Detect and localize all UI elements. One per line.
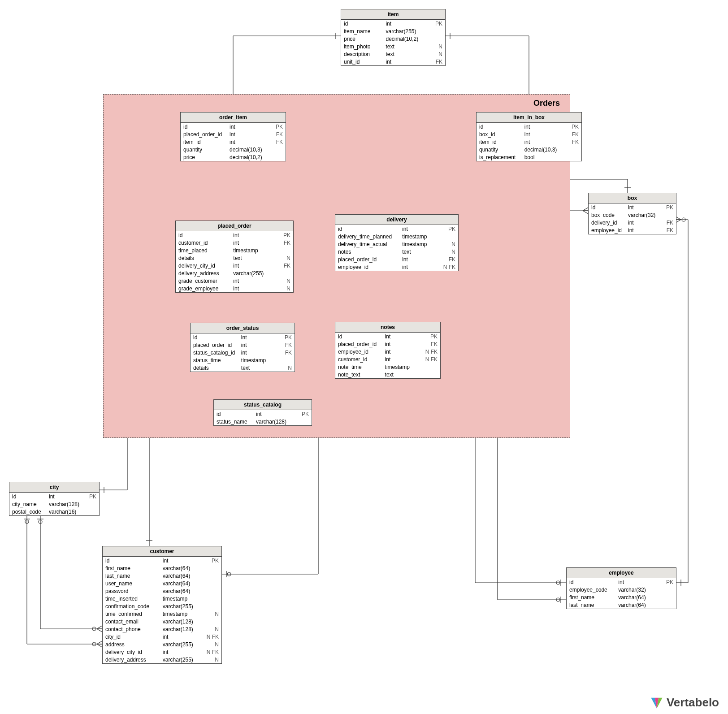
field-row: idintPK [335, 333, 440, 340]
svg-point-84 [25, 520, 29, 524]
field-row: idintPK [589, 203, 676, 211]
entity-item[interactable]: itemidintPKitem_namevarchar(255)pricedec… [341, 9, 446, 66]
svg-point-119 [682, 218, 685, 221]
field-row: pricedecimal(10,2) [181, 153, 286, 161]
field-row: first_namevarchar(64) [567, 593, 676, 601]
field-row: box_codevarchar(32) [589, 211, 676, 219]
entity-fields: idintPKemployee_codevarchar(32)first_nam… [567, 578, 676, 609]
field-row: descriptiontextN [341, 50, 445, 58]
field-row: delivery_city_idintN FK [103, 648, 221, 656]
svg-line-71 [97, 629, 102, 632]
entity-title: order_item [181, 113, 286, 123]
entity-customer[interactable]: customeridintPKfirst_namevarchar(64)last… [102, 546, 222, 664]
entity-title: customer [103, 546, 221, 557]
field-row: postal_codevarchar(16) [9, 508, 99, 515]
svg-point-75 [92, 627, 96, 631]
field-row: delivery_time_actualtimestampN [335, 240, 458, 248]
field-row: idintPK [341, 20, 445, 27]
entity-fields: idintPKstatus_namevarchar(128) [214, 410, 312, 425]
svg-line-37 [583, 208, 588, 211]
svg-point-83 [92, 642, 96, 646]
entity-fields: idintPKplaced_order_idintFKstatus_catalo… [191, 333, 295, 372]
field-row: user_namevarchar(64) [103, 580, 221, 587]
field-row: notestextN [335, 248, 458, 255]
entity-title: box [589, 193, 676, 203]
field-row: idintPK [477, 123, 581, 130]
field-row: pricedecimal(10,2) [341, 35, 445, 43]
entity-order_status[interactable]: order_statusidintPKplaced_order_idintFKs… [190, 323, 295, 372]
svg-point-102 [556, 581, 560, 584]
field-row: note_timetimestamp [335, 363, 440, 371]
svg-point-76 [39, 520, 42, 524]
field-row: first_namevarchar(64) [103, 564, 221, 572]
entity-fields: idintPKplaced_order_idintFKemployee_idin… [335, 333, 440, 378]
entity-title: delivery [335, 215, 458, 225]
field-row: addressvarchar(255)N [103, 640, 221, 648]
entity-box[interactable]: boxidintPKbox_codevarchar(32)delivery_id… [588, 193, 676, 234]
diagram-canvas: Orders itemidintPKitem_namevarchar(255)p… [0, 0, 728, 714]
entity-city[interactable]: cityidintPKcity_namevarchar(128)postal_c… [9, 482, 100, 516]
vertabelo-logo-icon [650, 697, 663, 709]
vertabelo-logo-text: Vertabelo [667, 696, 719, 710]
field-row: time_placedtimestamp [176, 247, 293, 254]
field-row: employee_codevarchar(32) [567, 586, 676, 593]
entity-title: order_status [191, 323, 295, 333]
field-row: item_idintFK [181, 138, 286, 146]
entity-title: city [9, 482, 99, 493]
entity-title: item [341, 9, 445, 20]
field-row: idintPK [191, 333, 295, 341]
field-row: idintPK [335, 225, 458, 233]
field-row: placed_order_idintFK [191, 341, 295, 349]
field-row: contact_phonevarchar(128)N [103, 625, 221, 633]
entity-title: notes [335, 322, 440, 333]
field-row: city_namevarchar(128) [9, 500, 99, 508]
entity-order_item[interactable]: order_itemidintPKplaced_order_idintFKite… [180, 112, 286, 161]
field-row: delivery_addressvarchar(255) [176, 269, 293, 277]
field-row: city_idintN FK [103, 633, 221, 640]
entity-employee[interactable]: employeeidintPKemployee_codevarchar(32)f… [566, 567, 676, 609]
field-row: qunatitydecimal(10,3) [477, 146, 581, 153]
field-row: detailstextN [191, 364, 295, 372]
field-row: idintPK [181, 123, 286, 130]
field-row: item_namevarchar(255) [341, 27, 445, 35]
entity-fields: idintPKcity_namevarchar(128)postal_codev… [9, 493, 99, 515]
entity-title: placed_order [176, 221, 293, 231]
vertabelo-logo: Vertabelo [650, 696, 719, 710]
field-row: grade_customerintN [176, 277, 293, 285]
field-row: quantitydecimal(10,3) [181, 146, 286, 153]
entity-fields: idintPKitem_namevarchar(255)pricedecimal… [341, 20, 445, 65]
entity-title: item_in_box [477, 113, 581, 123]
field-row: employee_idintFK [589, 226, 676, 234]
field-row: delivery_addressvarchar(255)N [103, 656, 221, 663]
field-row: is_replacementbool [477, 153, 581, 161]
field-row: detailstextN [176, 254, 293, 262]
field-row: last_namevarchar(64) [567, 601, 676, 609]
field-row: employee_idintN FK [335, 348, 440, 355]
field-row: passwordvarchar(64) [103, 587, 221, 595]
field-row: delivery_city_idintFK [176, 262, 293, 269]
field-row: unit_idintFK [341, 58, 445, 65]
entity-placed_order[interactable]: placed_orderidintPKcustomer_idintFKtime_… [175, 221, 294, 293]
field-row: placed_order_idintFK [181, 130, 286, 138]
svg-line-80 [97, 641, 102, 644]
field-row: note_texttext [335, 371, 440, 378]
entity-fields: idintPKdelivery_time_plannedtimestampdel… [335, 225, 458, 271]
entity-delivery[interactable]: deliveryidintPKdelivery_time_plannedtime… [335, 214, 459, 271]
field-row: contact_emailvarchar(128) [103, 618, 221, 625]
svg-line-72 [97, 626, 102, 629]
entity-status_catalog[interactable]: status_catalogidintPKstatus_namevarchar(… [213, 399, 312, 426]
field-row: confirmation_codevarchar(255) [103, 602, 221, 610]
field-row: item_phototextN [341, 43, 445, 50]
svg-point-93 [227, 572, 231, 576]
orders-group-label: Orders [533, 99, 560, 108]
entity-title: status_catalog [214, 400, 312, 410]
field-row: item_idintFK [477, 138, 581, 146]
entity-fields: idintPKbox_idintFKitem_idintFKqunatityde… [477, 123, 581, 161]
field-row: status_timetimestamp [191, 356, 295, 364]
entity-item_in_box[interactable]: item_in_boxidintPKbox_idintFKitem_idintF… [476, 112, 582, 161]
field-row: time_confirmedtimestampN [103, 610, 221, 618]
entity-notes[interactable]: notesidintPKplaced_order_idintFKemployee… [335, 322, 441, 379]
field-row: status_catalog_idintFK [191, 349, 295, 356]
field-row: placed_order_idintFK [335, 340, 440, 348]
field-row: last_namevarchar(64) [103, 572, 221, 580]
